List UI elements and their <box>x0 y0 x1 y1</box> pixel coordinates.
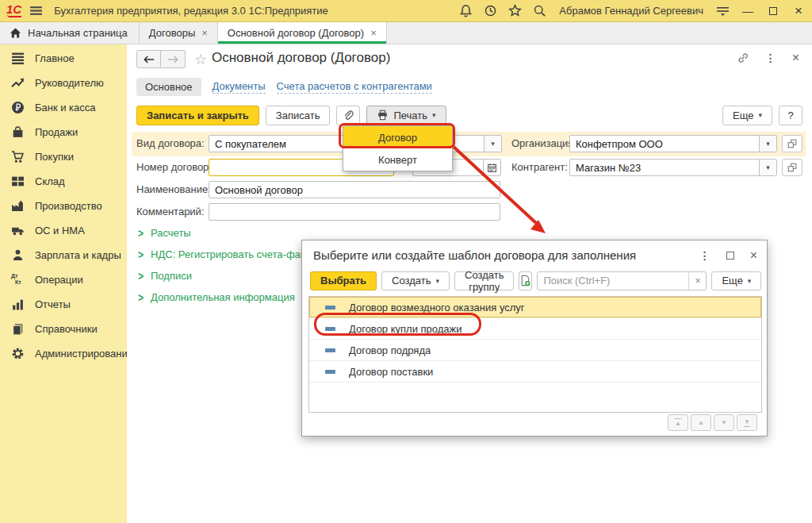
print-menu-item-dogovor[interactable]: Договор <box>343 126 452 148</box>
chevron-right-icon: > <box>138 226 144 240</box>
printer-icon <box>377 110 389 121</box>
dialog-more-button-label: Еще <box>722 275 742 286</box>
counterparty-open-button[interactable] <box>782 159 802 176</box>
comment-input[interactable] <box>209 203 500 221</box>
notifications-bell-icon[interactable] <box>459 4 473 17</box>
chevron-right-icon: > <box>138 290 144 305</box>
sidebar-item-proizvodstvo[interactable]: Производство <box>0 194 127 218</box>
print-button[interactable]: Печать ▾ <box>366 106 446 125</box>
sidebar-item-os-i-nma[interactable]: ОС и НМА <box>0 218 127 243</box>
clear-search-icon[interactable]: × <box>688 272 706 290</box>
tab-scheta-raschetov[interactable]: Счета расчетов с контрагентами <box>277 80 432 94</box>
1c-logo: 1С <box>6 4 21 17</box>
tab-osnovnoy-dogovor[interactable]: Основной договор (Договор) × <box>218 22 387 44</box>
get-link-icon[interactable] <box>737 52 749 64</box>
load-template-button[interactable] <box>519 271 532 290</box>
home-tab[interactable]: Начальная страница <box>0 22 140 44</box>
print-button-label: Печать <box>393 110 427 121</box>
minimize-button[interactable]: — <box>741 5 755 17</box>
search-icon[interactable] <box>533 4 546 17</box>
create-group-button[interactable]: Создать группу <box>454 271 514 290</box>
sidebar-item-bank-i-kassa[interactable]: Банк и касса <box>0 95 127 120</box>
section-raschety[interactable]: >Расчеты <box>138 227 191 239</box>
sidebar-item-sklad[interactable]: Склад <box>0 169 127 194</box>
maximize-button[interactable] <box>766 5 780 17</box>
list-item-postavki[interactable]: Договор поставки <box>309 361 761 383</box>
dialog-title: Выберите или создайте шаблон договора дл… <box>313 248 636 262</box>
main-menu-icon[interactable] <box>29 4 43 17</box>
sidebar-item-label: Продажи <box>35 126 78 138</box>
sidebar-item-spravochniki[interactable]: Справочники <box>0 317 127 341</box>
sidebar-item-administrirovanie[interactable]: Администрирование <box>0 341 127 366</box>
dropdown-arrow-icon[interactable]: ▾ <box>484 136 501 152</box>
dropdown-arrow-icon[interactable]: ▾ <box>759 136 776 152</box>
chevron-down-icon: ▾ <box>435 277 439 285</box>
tab-dokumenty[interactable]: Документы <box>213 80 266 94</box>
save-and-close-button[interactable]: Записать и закрыть <box>136 106 259 125</box>
go-first-button[interactable]: ▲ <box>668 414 688 431</box>
tab-close-icon[interactable]: × <box>370 27 377 39</box>
dialog-maximize-icon[interactable] <box>726 250 734 262</box>
sidebar-item-prodazhi[interactable]: Продажи <box>0 120 127 144</box>
dialog-more-icon[interactable]: ⋮ <box>699 249 710 262</box>
list-item-kupli-prodazhi[interactable]: Договор купли продажи <box>309 318 761 340</box>
service-settings-icon[interactable] <box>716 4 730 17</box>
section-dop-informaciya[interactable]: >Дополнительная информация <box>138 291 295 303</box>
list-navigation: ▲ ▲ ▼ ▼ <box>668 414 757 431</box>
organization-open-button[interactable] <box>782 135 802 152</box>
back-button[interactable] <box>136 50 161 68</box>
more-actions-icon[interactable]: ⋮ <box>765 52 776 64</box>
section-nds[interactable]: >НДС: Регистрировать счета-фактур <box>138 248 320 260</box>
sidebar-item-glavnoe[interactable]: Главное <box>0 46 127 71</box>
form-close-icon[interactable]: × <box>792 51 799 65</box>
select-button[interactable]: Выбрать <box>310 271 377 290</box>
attachments-button[interactable] <box>336 106 360 125</box>
dropdown-arrow-icon[interactable]: ▾ <box>759 160 776 175</box>
window-close-button[interactable]: × <box>791 3 806 19</box>
ruble-coin-icon <box>11 101 25 114</box>
sidebar-item-label: Зарплата и кадры <box>35 249 121 261</box>
go-last-button[interactable]: ▼ <box>737 414 757 431</box>
more-button-label: Еще <box>733 110 753 121</box>
help-button[interactable]: ? <box>779 106 802 125</box>
dialog-more-button[interactable]: Еще ▾ <box>711 271 761 290</box>
favorites-star-icon[interactable] <box>508 4 522 17</box>
sidebar-item-label: Руководителю <box>35 77 104 89</box>
go-up-button[interactable]: ▲ <box>691 414 711 431</box>
sidebar-item-otchety[interactable]: Отчеты <box>0 292 127 317</box>
calendar-icon[interactable] <box>483 160 500 175</box>
list-item-vozmezdnogo[interactable]: Договор возмездного оказания услуг <box>309 297 761 318</box>
print-menu-item-konvert[interactable]: Конверт <box>343 148 452 171</box>
chevron-down-icon: ▾ <box>748 277 752 285</box>
search-field[interactable]: × <box>537 271 707 290</box>
tab-close-icon[interactable]: × <box>201 27 208 39</box>
search-input[interactable] <box>538 275 688 286</box>
sidebar-item-operacii[interactable]: ДтКт Операции <box>0 267 127 292</box>
create-button[interactable]: Создать ▾ <box>381 271 450 290</box>
section-label: НДС: Регистрировать счета-фактур <box>151 248 320 260</box>
counterparty-label: Контрагент: <box>511 161 568 173</box>
save-button[interactable]: Записать <box>266 106 331 125</box>
app-window: 1С Бухгалтерия предприятия, редакция 3.0… <box>0 0 812 523</box>
dialog-close-icon[interactable]: × <box>750 248 757 263</box>
favorite-star-icon[interactable]: ☆ <box>194 51 207 68</box>
sidebar-item-zarplata-i-kadry[interactable]: Зарплата и кадры <box>0 243 127 267</box>
organization-combobox[interactable]: Конфетпром ООО ▾ <box>569 135 777 152</box>
list-item-podryada[interactable]: Договор подряда <box>309 340 761 361</box>
sidebar-item-pokupki[interactable]: Покупки <box>0 144 127 169</box>
sidebar-item-label: Производство <box>35 200 102 212</box>
list-item-label: Договор поставки <box>349 366 433 378</box>
forward-button[interactable] <box>161 50 186 68</box>
history-icon[interactable] <box>484 4 497 17</box>
current-user-name[interactable]: Абрамов Геннадий Сергеевич <box>559 5 703 17</box>
more-button[interactable]: Еще ▾ <box>722 106 772 125</box>
go-down-button[interactable]: ▼ <box>714 414 734 431</box>
name-input[interactable] <box>209 181 500 198</box>
sidebar-item-rukovoditelyu[interactable]: Руководителю <box>0 71 127 95</box>
section-podpisi[interactable]: >Подписи <box>138 270 192 282</box>
tab-dogovory[interactable]: Договоры × <box>140 22 218 44</box>
tab-osnovnoe[interactable]: Основное <box>136 78 201 96</box>
counterparty-combobox[interactable]: Магазин №23 ▾ <box>569 159 777 176</box>
sidebar-item-label: Справочники <box>35 323 98 335</box>
title-bar: 1С Бухгалтерия предприятия, редакция 3.0… <box>0 0 812 22</box>
